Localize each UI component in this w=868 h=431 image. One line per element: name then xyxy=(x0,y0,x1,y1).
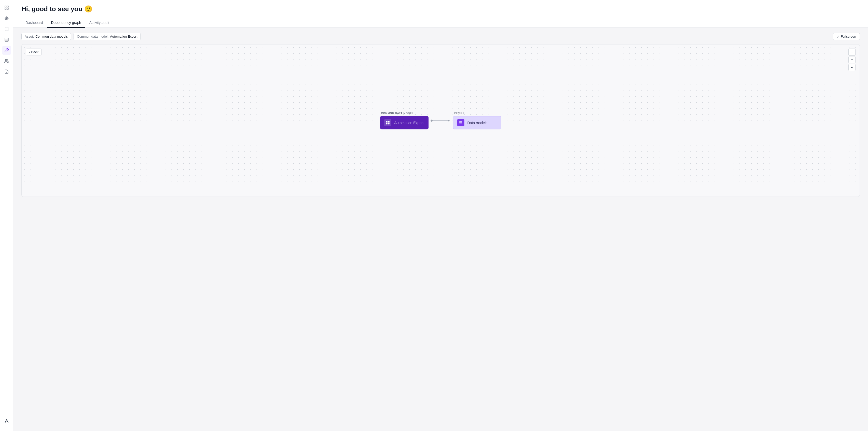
svg-rect-19 xyxy=(388,123,389,124)
tab-dependency-graph[interactable]: Dependency graph xyxy=(47,18,85,28)
svg-rect-23 xyxy=(459,121,462,122)
sidebar-icon-book[interactable] xyxy=(2,24,11,34)
svg-rect-26 xyxy=(459,124,461,124)
svg-rect-3 xyxy=(7,8,8,9)
back-chevron-icon: ‹ xyxy=(29,50,30,54)
graph-canvas: ‹ Back + − ⊹ COMMON DATA MODEL xyxy=(21,44,860,197)
node-data-models[interactable]: Data models xyxy=(453,116,501,129)
tab-activity-audit[interactable]: Activity audit xyxy=(85,18,114,28)
fullscreen-icon: ⤢ xyxy=(837,35,839,38)
svg-rect-2 xyxy=(5,8,6,9)
back-button[interactable]: ‹ Back xyxy=(26,48,42,56)
svg-rect-17 xyxy=(388,121,389,123)
asset-filter-chip[interactable]: Asset: Common data models xyxy=(21,33,71,40)
node-left-icon xyxy=(384,119,392,126)
asset-filter-label: Asset: xyxy=(25,35,34,38)
svg-rect-25 xyxy=(459,123,462,123)
tab-bar: Dashboard Dependency graph Activity audi… xyxy=(21,18,860,28)
model-filter-chip[interactable]: Common data model: Automation Export xyxy=(73,33,141,40)
greeting-title: Hi, good to see you 🙂 xyxy=(21,5,860,13)
sidebar-logo xyxy=(2,417,11,426)
node-left-name: Automation Export xyxy=(395,121,424,125)
svg-rect-16 xyxy=(386,121,387,123)
sidebar-icon-tool[interactable] xyxy=(2,46,11,55)
sidebar-icon-reports[interactable] xyxy=(2,67,11,76)
sidebar xyxy=(0,0,13,431)
node-automation-export[interactable]: Automation Export xyxy=(380,116,429,129)
zoom-out-button[interactable]: − xyxy=(848,56,856,63)
zoom-fit-button[interactable]: ⊹ xyxy=(848,64,856,71)
node-right-name: Data models xyxy=(467,121,488,125)
node-connector xyxy=(429,118,453,123)
sidebar-icon-home[interactable] xyxy=(2,3,11,12)
node-right-section-label: RECIPE xyxy=(453,112,501,115)
content-area: Asset: Common data models Common data mo… xyxy=(13,28,868,431)
tab-dashboard[interactable]: Dashboard xyxy=(21,18,47,28)
svg-rect-24 xyxy=(459,122,462,123)
zoom-fit-icon: ⊹ xyxy=(851,66,853,69)
node-right-icon xyxy=(457,119,464,126)
header: Hi, good to see you 🙂 Dashboard Dependen… xyxy=(13,0,868,28)
sidebar-icon-asterisk[interactable] xyxy=(2,14,11,23)
svg-rect-18 xyxy=(386,123,387,124)
main-content: Hi, good to see you 🙂 Dashboard Dependen… xyxy=(13,0,868,431)
zoom-controls: + − ⊹ xyxy=(848,48,856,71)
node-left-section-label: COMMON DATA MODEL xyxy=(380,112,429,115)
filters-row: Asset: Common data models Common data mo… xyxy=(21,33,860,40)
asset-filter-value: Common data models xyxy=(35,35,68,38)
fullscreen-button[interactable]: ⤢ Fullscreen xyxy=(833,33,860,40)
graph-nodes: COMMON DATA MODEL Automation Export xyxy=(380,112,501,129)
sidebar-icon-grid[interactable] xyxy=(2,35,11,44)
model-filter-label: Common data model: xyxy=(77,35,108,38)
svg-rect-0 xyxy=(5,6,6,7)
svg-point-13 xyxy=(5,59,7,61)
zoom-in-button[interactable]: + xyxy=(848,48,856,56)
sidebar-icon-person[interactable] xyxy=(2,57,11,66)
node-group-left: COMMON DATA MODEL Automation Export xyxy=(380,112,429,129)
svg-point-20 xyxy=(431,120,433,122)
fullscreen-label: Fullscreen xyxy=(841,35,856,38)
svg-rect-8 xyxy=(5,38,8,41)
svg-marker-22 xyxy=(448,120,450,122)
model-filter-value: Automation Export xyxy=(110,35,137,38)
back-label: Back xyxy=(31,50,38,54)
svg-rect-1 xyxy=(7,6,8,7)
node-group-right: RECIPE Data models xyxy=(453,112,501,129)
